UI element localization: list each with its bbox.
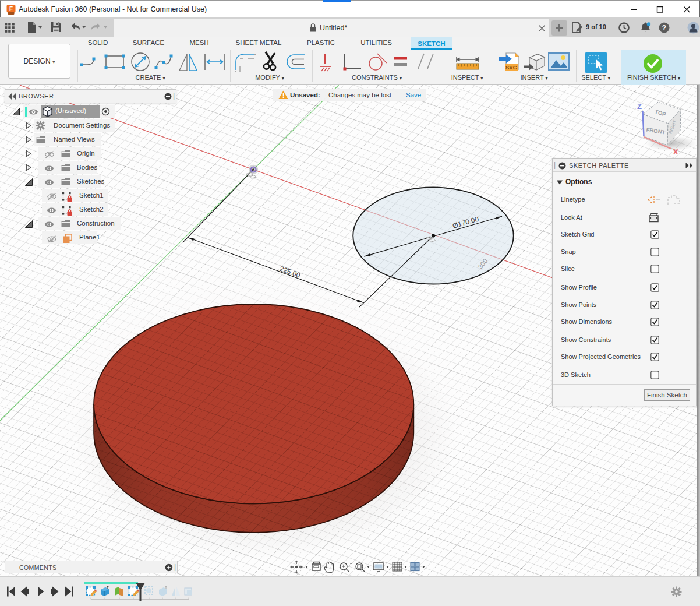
svg-text:Z: Z [637, 102, 642, 111]
svg-text:X: X [673, 147, 678, 156]
svg-text:F: F [9, 6, 13, 12]
svg-text:SVG: SVG [505, 64, 517, 71]
svg-text:?: ? [662, 24, 666, 32]
